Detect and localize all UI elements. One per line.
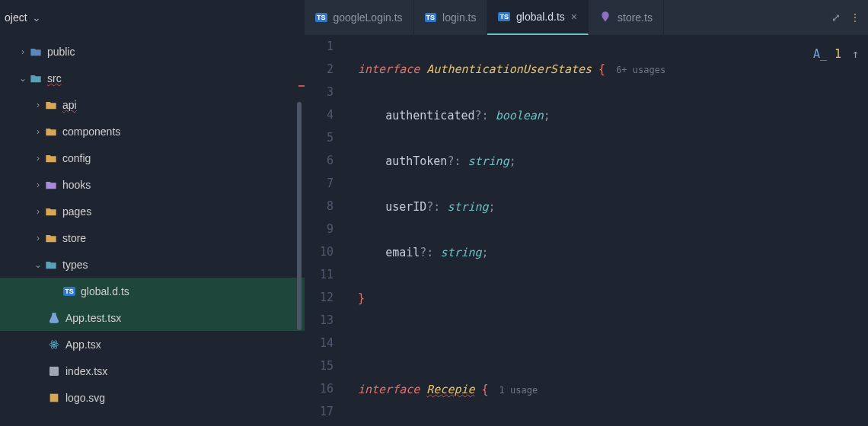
line-number: 10 — [305, 240, 333, 263]
tree-label: index.tsx — [65, 365, 107, 377]
svg-point-0 — [53, 343, 56, 345]
tree-label: pages — [62, 205, 91, 218]
tree-folder-public[interactable]: › public — [0, 38, 305, 65]
tree-label: logo.svg — [65, 392, 105, 404]
line-number: 7 — [305, 172, 333, 195]
chevron-right-icon: › — [32, 100, 44, 110]
ts-file-icon: TS — [425, 13, 437, 22]
react-file-icon — [47, 338, 61, 351]
types-folder-icon — [44, 258, 58, 272]
line-number: 6 — [305, 149, 333, 172]
chevron-down-icon: ⌄ — [32, 11, 41, 24]
tree-label: hooks — [62, 179, 91, 191]
tab-login[interactable]: TS login.ts — [414, 0, 488, 35]
tab-label: store.ts — [617, 11, 653, 24]
tree-folder-hooks[interactable]: › hooks — [0, 171, 305, 198]
tree-folder-types[interactable]: ⌄ types — [0, 251, 305, 278]
tree-folder-components[interactable]: › components — [0, 118, 305, 145]
line-number: 1 — [305, 35, 333, 58]
close-icon[interactable]: × — [571, 11, 577, 23]
tab-store[interactable]: store.ts — [589, 0, 664, 35]
tab-label: global.d.ts — [516, 11, 565, 23]
store-folder-icon — [44, 231, 58, 245]
tree-label: components — [62, 126, 120, 138]
ts-file-icon: TS — [498, 12, 510, 21]
error-marker — [298, 85, 305, 87]
ts-folder-icon — [29, 72, 43, 85]
tree-folder-pages[interactable]: › pages — [0, 198, 305, 224]
tree-label: public — [47, 46, 75, 58]
tree-label: src — [47, 72, 62, 84]
tree-folder-src[interactable]: ⌄ src — [0, 65, 305, 91]
editor-area: TS googleLogin.ts TS login.ts TS global.… — [305, 0, 868, 426]
line-number: 14 — [305, 332, 333, 354]
more-icon[interactable]: ⋮ — [850, 11, 860, 24]
tree-label: config — [62, 152, 91, 164]
tree-folder-config[interactable]: › config — [0, 145, 305, 171]
tree-label: App.tsx — [65, 339, 101, 351]
chevron-right-icon: › — [32, 180, 44, 190]
tree-file-globaldts[interactable]: TS global.d.ts — [0, 278, 305, 304]
code-content[interactable]: interface AuthenticationUserStates {6+ u… — [344, 35, 868, 426]
tree-label: App.test.tsx — [65, 312, 121, 324]
tab-label: googleLogin.ts — [333, 11, 403, 24]
components-folder-icon — [44, 125, 58, 138]
tree-label: types — [62, 259, 88, 271]
tree-file-apptest[interactable]: App.test.tsx — [0, 304, 305, 331]
line-number: 13 — [305, 309, 333, 332]
api-folder-icon — [44, 98, 58, 112]
tree-folder-store[interactable]: › store — [0, 224, 305, 251]
chevron-down-icon: ⌄ — [32, 259, 44, 270]
line-number: 3 — [305, 81, 333, 103]
test-file-icon — [47, 311, 61, 325]
svg-file-icon — [47, 391, 61, 405]
redux-file-icon — [599, 11, 611, 25]
gutter: 1 2 3 4 5 6 7 8 9 10 11 12 13 14 15 16 1… — [305, 35, 344, 426]
tree-file-logosvg[interactable]: logo.svg — [0, 384, 305, 411]
project-selector[interactable]: oject ⌄ — [0, 0, 305, 35]
chevron-right-icon: › — [32, 206, 44, 217]
expand-icon[interactable]: ⤢ — [831, 11, 841, 24]
line-number: 9 — [305, 218, 333, 240]
chevron-right-icon: › — [32, 126, 44, 137]
project-sidebar: oject ⌄ › public ⌄ src › api › component… — [0, 0, 305, 426]
tab-bar: TS googleLogin.ts TS login.ts TS global.… — [305, 0, 868, 35]
tree-file-apptsx[interactable]: App.tsx — [0, 331, 305, 358]
tab-googlelogin[interactable]: TS googleLogin.ts — [305, 0, 414, 35]
chevron-right-icon: › — [32, 233, 44, 243]
line-number: 4 — [305, 103, 333, 126]
line-number: 15 — [305, 354, 333, 377]
line-number: 16 — [305, 377, 333, 400]
chevron-right-icon: › — [32, 153, 44, 164]
line-number: 8 — [305, 195, 333, 218]
tree-folder-api[interactable]: › api — [0, 91, 305, 118]
scrollbar[interactable] — [297, 102, 302, 330]
globe-folder-icon — [29, 45, 43, 59]
pages-folder-icon — [44, 205, 58, 218]
project-tree: › public ⌄ src › api › components › conf… — [0, 35, 305, 426]
hooks-folder-icon — [44, 178, 58, 192]
line-number: 2 — [305, 58, 333, 81]
chevron-down-icon: ⌄ — [17, 73, 29, 84]
ts-file-icon: TS — [315, 13, 327, 22]
line-number: 5 — [305, 126, 333, 149]
project-title: oject — [5, 11, 27, 24]
tab-label: login.ts — [442, 11, 476, 24]
tab-globaldts[interactable]: TS global.d.ts × — [487, 0, 589, 35]
ts-file-icon: TS — [62, 285, 76, 298]
line-number: 17 — [305, 400, 333, 423]
tree-file-indextsx[interactable]: index.tsx — [0, 358, 305, 384]
index-file-icon — [47, 364, 61, 378]
config-folder-icon — [44, 151, 58, 165]
tree-label: store — [62, 232, 86, 244]
tab-actions: ⤢ ⋮ — [824, 11, 868, 24]
editor-body[interactable]: A̲ 1 ↑ 1 2 3 4 5 6 7 8 9 10 11 12 13 14 … — [305, 35, 868, 426]
chevron-right-icon: › — [17, 46, 29, 57]
line-number: 11 — [305, 263, 333, 286]
tree-label: api — [62, 99, 77, 111]
line-number: 12 — [305, 286, 333, 309]
tree-label: global.d.ts — [81, 285, 129, 297]
svg-rect-4 — [49, 367, 59, 376]
